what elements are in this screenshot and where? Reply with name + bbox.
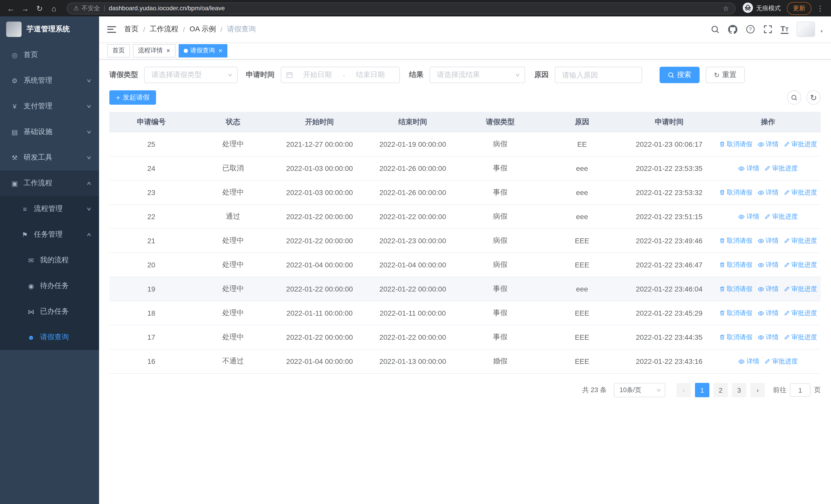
search-button[interactable]: 搜索 <box>660 67 699 83</box>
sidebar-item-home[interactable]: ◎ 首页 <box>0 42 99 68</box>
next-page-button[interactable]: › <box>750 383 765 397</box>
browser-home-icon[interactable]: ⌂ <box>48 4 60 12</box>
cancel-leave-link[interactable]: 取消请假 <box>719 188 752 197</box>
approval-progress-link[interactable]: 审批进度 <box>784 309 817 318</box>
chevron-icon: ∨ <box>86 78 92 83</box>
detail-link[interactable]: 详情 <box>738 164 760 173</box>
sidebar-menu: ◎ 首页 ⚙ 系统管理 ∨ ¥ 支付管理 ∨ ▤ 基础设施 ∨ ⚒ 研发工具 ∨… <box>0 42 99 350</box>
cell-leave-type: 病假 <box>459 140 541 149</box>
detail-link[interactable]: 详情 <box>757 188 779 197</box>
cell-start-time: 2021-12-27 00:00:00 <box>273 140 366 148</box>
cancel-leave-link[interactable]: 取消请假 <box>719 333 752 342</box>
chevron-down-icon: ∨ <box>227 72 233 78</box>
toggle-search-button[interactable] <box>787 90 801 105</box>
result-select[interactable]: 请选择流结果 ∨ <box>430 67 525 83</box>
cancel-leave-link[interactable]: 取消请假 <box>719 285 752 293</box>
approval-progress-link[interactable]: 审批进度 <box>765 164 798 173</box>
cancel-leave-link[interactable]: 取消请假 <box>719 261 752 269</box>
font-size-icon[interactable]: TT <box>780 25 789 34</box>
collapse-menu-icon[interactable] <box>107 26 116 33</box>
view-tab[interactable]: 请假查询 × <box>178 44 227 57</box>
security-status[interactable]: ⚠ 不安全 <box>74 4 100 12</box>
leave-type-select[interactable]: 请选择请假类型 ∨ <box>144 67 238 83</box>
breadcrumb-item[interactable]: 工作流程 <box>150 25 178 34</box>
goto-page-input[interactable] <box>790 383 810 397</box>
sidebar-item-payment-management[interactable]: ¥ 支付管理 ∨ <box>0 93 99 119</box>
sidebar-item-workflow[interactable]: ▣ 工作流程 ∧ <box>0 170 99 196</box>
detail-link[interactable]: 详情 <box>757 333 779 342</box>
sidebar-item-process-management[interactable]: ≡ 流程管理 ∨ <box>0 196 99 222</box>
cancel-leave-link[interactable]: 取消请假 <box>719 309 752 318</box>
app-title: 芋道管理系统 <box>27 25 70 34</box>
detail-link[interactable]: 详情 <box>757 140 779 149</box>
detail-link[interactable]: 详情 <box>757 261 779 269</box>
cell-start-time: 2022-01-22 00:00:00 <box>273 333 366 341</box>
page-button-3[interactable]: 3 <box>732 383 746 397</box>
eye-icon <box>757 334 764 340</box>
end-date-input[interactable]: 结束日期 <box>346 70 395 80</box>
eye-icon <box>757 141 764 148</box>
sidebar-item-leave-query[interactable]: ☻ 请假查询 <box>0 324 99 350</box>
breadcrumb-item[interactable]: 首页 <box>124 25 139 34</box>
approval-progress-link[interactable]: 审批进度 <box>784 140 817 149</box>
back-icon[interactable]: ← <box>5 4 17 12</box>
address-bar[interactable]: ⚠ 不安全 dashboard.yudao.iocoder.cn/bpm/oa/… <box>67 2 736 14</box>
approval-progress-link[interactable]: 审批进度 <box>784 188 817 197</box>
detail-link[interactable]: 详情 <box>738 212 760 221</box>
sidebar-item-infrastructure[interactable]: ▤ 基础设施 ∨ <box>0 119 99 145</box>
forward-icon[interactable]: → <box>20 4 31 12</box>
close-icon[interactable]: × <box>219 47 222 54</box>
page-size-select[interactable]: 10条/页 ∨ <box>614 383 665 397</box>
bookmark-star-icon[interactable]: ☆ <box>723 4 729 12</box>
close-icon[interactable]: × <box>166 47 170 54</box>
sidebar-item-done-tasks[interactable]: ⋈ 已办任务 <box>0 299 99 324</box>
sidebar-item-todo-tasks[interactable]: ◉ 待办任务 <box>0 273 99 299</box>
detail-link[interactable]: 详情 <box>757 309 779 318</box>
detail-link[interactable]: 详情 <box>738 357 760 366</box>
view-tab[interactable]: 流程详情 × <box>133 44 175 57</box>
approval-progress-link[interactable]: 审批进度 <box>784 261 817 269</box>
approval-progress-link[interactable]: 审批进度 <box>784 236 817 245</box>
reload-icon[interactable]: ↻ <box>34 4 45 12</box>
url-text[interactable]: dashboard.yudao.iocoder.cn/bpm/oa/leave <box>109 5 719 12</box>
eye-icon <box>757 286 764 292</box>
cell-apply-id: 25 <box>109 140 193 148</box>
sidebar-item-my-processes[interactable]: ✉ 我的流程 <box>0 247 99 273</box>
page-button-1[interactable]: 1 <box>695 383 709 397</box>
avatar-dropdown-caret-icon[interactable]: ▾ <box>821 29 823 37</box>
approval-progress-link[interactable]: 审批进度 <box>765 357 798 366</box>
avatar[interactable] <box>797 22 815 37</box>
browser-menu-icon[interactable]: ⋮ <box>814 4 826 12</box>
cell-apply-id: 22 <box>109 212 193 221</box>
approval-progress-link[interactable]: 审批进度 <box>765 212 798 221</box>
cancel-leave-link[interactable]: 取消请假 <box>719 236 752 245</box>
search-icon[interactable] <box>711 25 719 34</box>
view-tab[interactable]: 首页 <box>107 44 130 57</box>
app-logo[interactable]: 芋道管理系统 <box>0 17 99 42</box>
table-row: 16 不通过 2022-01-04 00:00:00 2022-01-13 00… <box>109 350 821 374</box>
reason-input[interactable] <box>555 67 641 83</box>
help-icon[interactable]: ? <box>746 25 755 34</box>
sidebar-item-task-management[interactable]: ⚑ 任务管理 ∧ <box>0 222 99 247</box>
table-row: 22 通过 2022-01-22 00:00:00 2022-01-22 00:… <box>109 205 821 229</box>
github-icon[interactable] <box>727 24 737 34</box>
reset-button[interactable]: ↻ 重置 <box>706 67 745 83</box>
sidebar-item-system-management[interactable]: ⚙ 系统管理 ∨ <box>0 68 99 93</box>
create-leave-button[interactable]: + 发起请假 <box>109 90 156 105</box>
detail-link[interactable]: 详情 <box>757 236 779 245</box>
prev-page-button[interactable]: ‹ <box>677 383 691 397</box>
approval-progress-link[interactable]: 审批进度 <box>784 285 817 293</box>
cancel-leave-link[interactable]: 取消请假 <box>719 140 752 149</box>
breadcrumb-item[interactable]: OA 示例 <box>190 25 216 34</box>
start-date-input[interactable]: 开始日期 <box>293 70 342 80</box>
cell-start-time: 2022-01-04 00:00:00 <box>273 357 366 365</box>
page-button-2[interactable]: 2 <box>713 383 728 397</box>
date-range-picker[interactable]: 开始日期 - 结束日期 <box>281 67 400 83</box>
detail-link[interactable]: 详情 <box>757 285 779 293</box>
update-button[interactable]: 更新 <box>787 2 811 14</box>
fullscreen-icon[interactable] <box>763 25 772 34</box>
sidebar-item-dev-tools[interactable]: ⚒ 研发工具 ∨ <box>0 145 99 170</box>
approval-progress-link[interactable]: 审批进度 <box>784 333 817 342</box>
refresh-table-button[interactable]: ↻ <box>806 90 821 105</box>
cell-reason: EEE <box>541 261 623 269</box>
